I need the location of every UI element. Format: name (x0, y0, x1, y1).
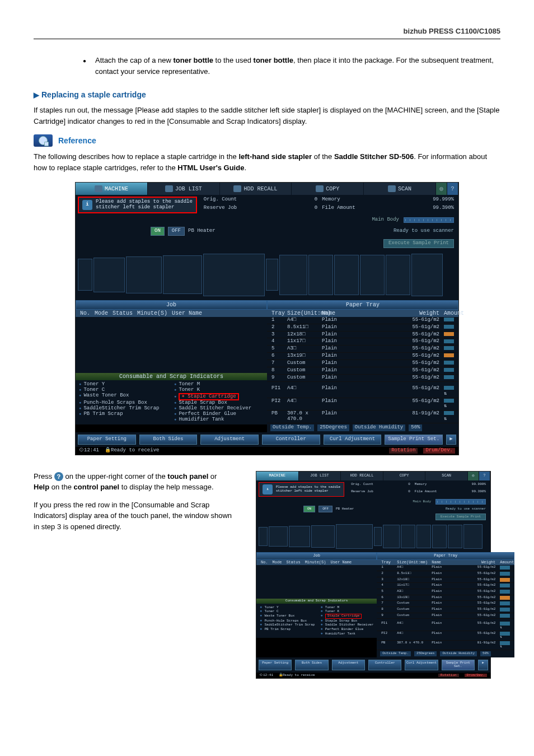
bullet-text: Attach the cap of a new toner bottle to … (95, 55, 500, 77)
job-header: No.ModeStatusMinute(S)User Name (76, 310, 267, 317)
help-icon[interactable]: ? (447, 183, 458, 195)
header-model: bizhub PRESS C1100/C1085 (34, 27, 500, 35)
tray-row[interactable]: 1A4□Plain55-61g/m2 (267, 317, 458, 324)
job-empty (76, 317, 267, 373)
tray-row[interactable]: 312x18□Plain55-61g/m2 (377, 577, 514, 584)
both-sides-button[interactable]: Both Sides (139, 435, 198, 445)
button-row: Paper Setting Both Sides Adjustment Cont… (76, 432, 458, 447)
tab-joblist-s[interactable]: JOB LIST (299, 472, 341, 480)
para-staples: If staples run out, the message [Please … (34, 105, 500, 127)
tab-copy[interactable]: COPY (292, 183, 364, 195)
stats: Orig. Count0Memory99.999% Reserve Job0Fi… (199, 195, 458, 215)
tray-row[interactable]: 9CustomPlain55-61g/m2 (267, 375, 458, 382)
tray-rows: 1A4□Plain55-61g/m228.5x11□Plain55-61g/m2… (267, 317, 458, 382)
machine-screenshot-small: MACHINE JOB LIST HDD RECALL COPY SCAN ◎ … (246, 471, 500, 679)
machine-screenshot-large: MACHINE JOB LIST HDD RECALL COPY SCAN ◎ … (34, 182, 500, 455)
reference-label: Reference (58, 136, 96, 145)
tray-row[interactable]: 5A3□Plain55-61g/m2 (267, 346, 458, 353)
triangle-icon: ▶ (34, 91, 39, 99)
tray-title: Paper Tray (267, 300, 458, 310)
pi-rows: PI1A4□Plain55-61g/m2 ⇅PI2A4□Plain55-61g/… (267, 385, 458, 423)
tab-machine-s[interactable]: MACHINE (256, 472, 299, 480)
tray-row[interactable]: 28.5x11□Plain55-61g/m2 (267, 324, 458, 332)
tray-row[interactable]: 613x19□Plain55-61g/m2 (267, 353, 458, 360)
tab-scan-s[interactable]: SCAN (425, 472, 468, 480)
footer-row: ⏲12:41 🔒Ready to receive Rotation Drum/D… (76, 447, 458, 455)
paper-setting-button[interactable]: Paper Setting (78, 435, 136, 445)
sample-print-button[interactable]: Sample Print Set. (385, 435, 443, 445)
tray-row[interactable]: PI2A4□Plain55-61g/m2 ⇅ (377, 631, 514, 641)
tab-scan[interactable]: SCAN (364, 183, 436, 195)
tray-row[interactable]: 7CustomPlain55-61g/m2 (377, 601, 514, 607)
reference-heading: Reference (34, 134, 500, 147)
tray-row[interactable]: PI1A4□Plain55-61g/m2 ⇅ (267, 385, 458, 398)
pb-off-button[interactable]: OFF (168, 227, 185, 236)
rotation-indicator: Rotation (389, 448, 418, 454)
scale-bar (404, 217, 454, 223)
tab-machine[interactable]: MACHINE (76, 183, 148, 195)
tray-row[interactable]: 5A3□Plain55-61g/m2 (377, 589, 514, 595)
press-help-para: Press ? on the upper-right corner of the… (34, 471, 233, 493)
execute-sample-button[interactable]: Execute Sample Print (383, 239, 454, 248)
tray-row[interactable]: 28.5x11□Plain55-61g/m2 (377, 571, 514, 577)
tray-row[interactable]: 312x18□Plain55-61g/m2 (267, 332, 458, 339)
eco-icon[interactable]: ◎ (436, 183, 447, 195)
reference-para: The following describes how to replace a… (34, 151, 500, 173)
tab-joblist[interactable]: JOB LIST (148, 183, 220, 195)
machine-screen: MACHINE JOB LIST HDD RECALL COPY SCAN ◎ … (75, 182, 459, 455)
machine-diagram (76, 250, 458, 300)
staple-cartridge-indicator[interactable]: Staple Cartridge (188, 394, 236, 399)
env-row: Outside Temp.25DegreesOutside Humidity50… (267, 423, 458, 432)
tab-copy-s[interactable]: COPY (383, 472, 426, 480)
help-circle-icon: ? (54, 472, 63, 481)
header-rule (34, 39, 500, 39)
warning-message: iPlease add staples to the saddle stitch… (78, 197, 197, 213)
next-arrow-button[interactable]: ▶ (446, 435, 456, 445)
help-icon-s[interactable]: ? (479, 472, 490, 480)
pb-on-button[interactable]: ON (151, 227, 165, 236)
tab-recall[interactable]: HDD RECALL (220, 183, 292, 195)
eco-icon-s[interactable]: ◎ (468, 472, 479, 480)
tray-row[interactable]: 8CustomPlain55-61g/m2 (267, 367, 458, 375)
tray-row[interactable]: PI2A4□Plain55-61g/m2 ⇅ (267, 398, 458, 411)
adjustment-button[interactable]: Adjustment (200, 435, 259, 445)
tray-row[interactable]: 411x17□Plain55-61g/m2 (267, 338, 458, 346)
tray-row[interactable]: 613x19□Plain55-61g/m2 (377, 595, 514, 601)
drum-indicator: Drum/Dev. (423, 448, 455, 454)
consumable-area[interactable]: Toner YToner M Toner CToner K Waste Tone… (76, 380, 267, 424)
bullet-list: Attach the cap of a new toner bottle to … (83, 55, 500, 77)
tray-row[interactable]: PB307.0 x 470.0Plain81-91g/m2 ⇅ (377, 641, 514, 650)
reference-icon (34, 134, 53, 147)
tray-row[interactable]: PI1A4□Plain55-61g/m2 ⇅ (377, 621, 514, 631)
job-title: Job (76, 300, 267, 310)
info-icon: i (82, 200, 92, 210)
consumable-title: Consumable and Scrap Indicators (76, 373, 267, 380)
tray-row[interactable]: PB307.0 x 470.0Plain81-91g/m2 ⇅ (267, 410, 458, 423)
mainbody-label: Main Body (372, 217, 399, 223)
tray-row[interactable]: 7CustomPlain55-61g/m2 (267, 360, 458, 367)
tray-row[interactable]: 411x17□Plain55-61g/m2 (377, 583, 514, 589)
warning-message-s: iPlease add staples to the saddle stitch… (259, 482, 344, 497)
pb-heater-label: PB Heater (188, 228, 216, 234)
tray-header: TraySize(Unit:mm)NameWeightAmount (267, 310, 458, 317)
controller-button[interactable]: Controller (262, 435, 320, 445)
heading-replace-staple: ▶ Replacing a staple cartridge (34, 90, 500, 99)
tab-recall-s[interactable]: HDD RECALL (341, 472, 383, 480)
tray-row[interactable]: 8CustomPlain55-61g/m2 (377, 607, 514, 613)
ready-scanner: Ready to use scanner (394, 228, 454, 234)
red-row-para: If you press the red row in the [Consuma… (34, 500, 233, 533)
curl-adjust-button[interactable]: Curl Adjustment (324, 435, 382, 445)
tray-row[interactable]: 9CustomPlain55-61g/m2 (377, 613, 514, 619)
bullet-icon (83, 55, 95, 77)
tray-row[interactable]: 1A4□Plain55-61g/m2 (377, 565, 514, 571)
